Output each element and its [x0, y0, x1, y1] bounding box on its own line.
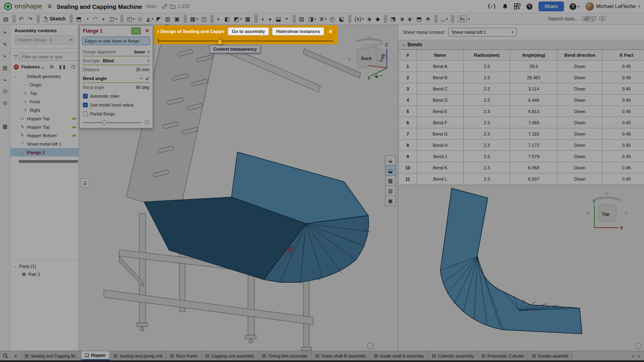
toolbar-icon[interactable]: ◫ [200, 14, 209, 24]
add-tab-button[interactable]: + [10, 351, 21, 360]
document-tab[interactable]: ▤ Guide shaft B assembly [312, 351, 370, 360]
bend-angle-field[interactable]: Bend angle 90 deg [80, 83, 153, 92]
toolbar-icon[interactable]: (x)▾ [353, 14, 365, 24]
toolbar-icon[interactable]: ⬔ [389, 14, 398, 24]
bends-table-row[interactable]: 1 Bend A 2.3 28.6 Down 0.45 [398, 61, 644, 72]
toolbar-icon[interactable]: ◕ [266, 14, 274, 24]
view-cube-flat[interactable]: Top Y X [582, 188, 632, 234]
toolbar-icon[interactable]: ⬗ [398, 14, 407, 24]
toolbar-icon[interactable]: ◔ [84, 14, 91, 24]
document-tab[interactable]: ▤ Pneumatic Cylinder [478, 351, 528, 360]
bends-table-row[interactable]: 11 Bend L 2.3 6.937 Down 0.45 [398, 173, 644, 185]
context-dropdown[interactable]: Hopper Design S ▾ [14, 35, 74, 44]
sheet-metal-view-tool[interactable]: ▥ [385, 185, 396, 196]
toolbar-icon[interactable]: ↶ [17, 14, 26, 24]
user-avatar[interactable] [585, 2, 594, 11]
app-store-icon[interactable] [514, 3, 520, 10]
toolbar-icon[interactable]: ◖ [259, 14, 266, 24]
bends-section-header[interactable]: ⌄ Bends [398, 40, 644, 49]
user-name[interactable]: Michael LaFleche [597, 4, 636, 9]
bends-table-row[interactable]: 8 Bend H 2.3 7.172 Down 0.45 [398, 140, 644, 151]
document-tab[interactable]: ▤ Sealing and gluing unit [110, 351, 167, 360]
feature-item[interactable]: ▱ Top [10, 89, 78, 97]
toolbar-icon[interactable] [12, 15, 16, 23]
sheet-metal-view-tool[interactable]: ▣ [385, 195, 396, 206]
toolbar-icon[interactable]: ▣ [173, 14, 182, 24]
sheet-metal-view-tool[interactable]: ▦ [385, 175, 396, 186]
document-tab[interactable]: ▤ Sealing and Capping M... [21, 351, 81, 360]
toolbar-icon[interactable]: ◗ [100, 14, 107, 24]
tab-scroll-left-icon[interactable]: ‹ [632, 353, 634, 359]
left-rail-icon[interactable]: ▦ [2, 123, 7, 130]
context-transparency-slider[interactable] [158, 41, 333, 41]
dialog-slider[interactable] [83, 122, 141, 123]
version-number[interactable]: 1.210 [178, 4, 190, 9]
toolbar-icon[interactable] [37, 15, 40, 23]
toolbar-icon[interactable]: ⬖ [407, 14, 415, 24]
toolbar-icon[interactable]: ≣▾ [318, 14, 328, 24]
feature-item[interactable]: ▱ Hopper Top ⬅ [10, 114, 78, 123]
toolbar-icon[interactable] [254, 15, 258, 23]
left-rail-icon[interactable]: ▤ [2, 65, 7, 71]
part-item[interactable]: ▣ Part 1 [10, 270, 78, 278]
toolbar-icon[interactable]: ↷ [26, 14, 35, 24]
toolbar-icon[interactable] [451, 15, 454, 23]
parts-section-header[interactable]: ⌄ Parts (1) [10, 261, 78, 270]
toolbar-icon[interactable] [348, 15, 351, 23]
toolbar-icon[interactable]: ▤ [2, 14, 11, 24]
help-icon[interactable]: ? [144, 120, 149, 125]
view-options-dropdown[interactable]: ⬙ ▾ [374, 72, 382, 79]
feature-item[interactable]: ⌄ Default geometry [10, 72, 78, 80]
viewport-divider[interactable] [398, 25, 398, 351]
flip-direction-icon[interactable]: ⇙ [145, 76, 149, 81]
toolbar-icon[interactable]: ▧ [297, 14, 307, 24]
toolbar-icon[interactable]: ⬓ [274, 14, 283, 24]
toolbar-icon[interactable] [70, 15, 73, 23]
be-mode-dropdown[interactable]: Be ▾ [456, 14, 471, 24]
featurescript-icon[interactable]: {✓} [487, 4, 496, 9]
left-rail-icon[interactable]: ◗ [4, 53, 7, 59]
feature-list-flyout-button[interactable]: ☰ [81, 179, 89, 187]
checkbox-icon[interactable]: ✓ [83, 103, 88, 107]
search-tools-label[interactable]: Search tools... [548, 16, 579, 22]
tab-scroll-right-icon[interactable]: › [638, 353, 640, 359]
toolbar-icon[interactable] [120, 15, 124, 23]
regen-timer-icon[interactable]: ◷ [71, 64, 75, 70]
toolbar-icon[interactable]: ◠ [91, 14, 100, 24]
sheet-metal-view-tool[interactable]: ⬓ [385, 165, 396, 176]
view-home-icon[interactable]: ⌂ [635, 343, 642, 349]
toolbar-icon[interactable]: ◭▾ [145, 14, 155, 24]
toolbar-icon[interactable]: ◩▾ [232, 14, 244, 24]
document-tab[interactable]: ▤ Guide shaft A assembly [370, 351, 428, 360]
toolbar-icon[interactable]: ◐ [215, 14, 223, 24]
view-home-icon[interactable]: ⌂ [367, 343, 374, 349]
versions-folder-icon[interactable] [169, 3, 176, 10]
document-tab[interactable]: ❏ Hopper [81, 351, 110, 360]
bends-table-row[interactable]: 5 Bend E 2.3 6.813 Down 0.45 [398, 106, 644, 117]
workspace-name[interactable]: Main [146, 4, 157, 9]
toolbar-icon[interactable]: ▥ [163, 14, 173, 24]
toolbar-icon[interactable]: ◧ [223, 14, 232, 24]
document-tab[interactable]: ▤ Back frame [166, 351, 202, 360]
feature-item[interactable]: ∟ Flange 1 [10, 148, 78, 156]
toolbar-icon[interactable]: ◈ [365, 14, 374, 24]
bends-table-row[interactable]: 4 Bend D 2.3 6.446 Down 0.45 [398, 95, 644, 106]
sheet-metal-view-tool[interactable]: ⬙ [385, 155, 396, 166]
help-caret-icon[interactable]: ▾ [578, 4, 580, 8]
toolbar-icon[interactable]: ◫▾ [107, 14, 119, 24]
toolbar-icon[interactable] [384, 15, 387, 23]
learning-globe-icon[interactable] [526, 3, 533, 10]
flange-selection-field[interactable]: Edges or side faces to flange [82, 37, 150, 45]
toolbar-icon[interactable]: ⬕ [337, 14, 347, 24]
left-rail-icon[interactable]: ✎ [3, 41, 7, 47]
sketch-button[interactable]: ✎ Sketch [41, 14, 68, 24]
bends-table-row[interactable]: 10 Bend K 2.3 6.968 Down 0.45 [398, 162, 644, 173]
toolbar-icon[interactable]: ▦▾ [188, 14, 200, 24]
dialog-close-button[interactable]: ✕ [143, 28, 151, 34]
toolbar-icon[interactable]: ◰▾ [125, 14, 136, 24]
view-cube-main[interactable]: Back Left Z Y [344, 34, 394, 82]
toolbar-icon[interactable]: ▩ [244, 14, 253, 24]
toolbar-icon[interactable]: ◇ [136, 14, 145, 24]
toolbar-icon[interactable]: ◓ [283, 14, 291, 24]
rollback-bar[interactable] [19, 160, 78, 163]
